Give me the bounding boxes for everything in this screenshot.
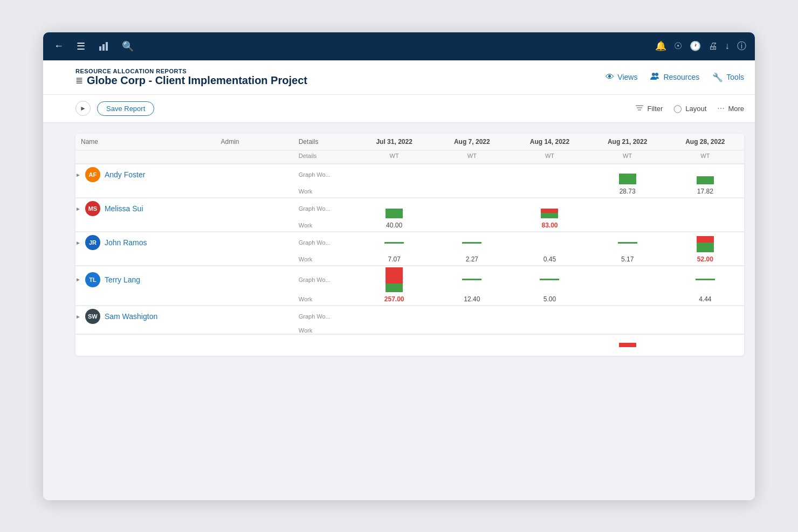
more-button[interactable]: ⋯ More: [717, 104, 744, 113]
andy-foster-graph-aug21: [589, 164, 666, 185]
john-ramos-link[interactable]: John Ramos: [105, 238, 147, 247]
header-left: RESOURCE ALLOCATION REPORTS ≣ Globe Corp…: [75, 68, 307, 87]
date-col-0: Jul 31, 2022: [355, 134, 433, 150]
svg-rect-1: [102, 44, 105, 51]
more-label: More: [728, 105, 744, 113]
melissa-sui-graph-aug28: [666, 198, 744, 219]
john-ramos-work-aug21: 5.17: [589, 253, 666, 266]
sam-washigton-work-label: Work: [293, 327, 355, 334]
expand-arrow-ms[interactable]: ►: [75, 206, 81, 212]
terry-lang-graph-jul31: [355, 266, 433, 293]
header-right: 👁 Views Resources 🔧 Tools: [606, 72, 744, 82]
terry-lang-work-label: Work: [293, 293, 355, 306]
resources-icon: [650, 72, 660, 82]
melissa-sui-graph-jul31: [355, 198, 433, 219]
wt-sub-2: WT: [511, 150, 588, 164]
chart-button[interactable]: [96, 39, 111, 54]
details-column-header: Details: [293, 134, 355, 150]
tools-label: Tools: [726, 73, 744, 81]
wt-sub-1: WT: [433, 150, 511, 164]
filter-icon: [635, 104, 644, 113]
terry-lang-avatar: TL: [85, 272, 100, 287]
melissa-sui-work-row: Work 40.00 83.00: [75, 219, 744, 232]
download-icon[interactable]: ↓: [725, 41, 730, 52]
resources-button[interactable]: Resources: [650, 72, 699, 82]
terry-lang-work-jul31: 257.00: [355, 293, 433, 306]
date-col-4: Aug 28, 2022: [666, 134, 744, 150]
terry-lang-graph-aug21: [589, 266, 666, 293]
andy-foster-work-aug28: 17.82: [666, 185, 744, 198]
svg-point-4: [655, 73, 658, 76]
melissa-sui-work-aug28: [666, 219, 744, 232]
layout-button[interactable]: ◯ Layout: [673, 104, 706, 113]
john-ramos-graph-aug14: [511, 232, 588, 253]
layout-icon: ◯: [673, 104, 682, 113]
page-title: ≣ Globe Corp - Client Implementation Pro…: [75, 74, 307, 87]
print-icon[interactable]: 🖨: [708, 41, 718, 52]
andy-foster-graph-jul31: [355, 164, 433, 185]
menu-button[interactable]: ☰: [74, 38, 87, 54]
toolbar-left: ► Save Report: [75, 101, 154, 116]
andy-foster-work-aug14: [511, 185, 588, 198]
terry-lang-link[interactable]: Terry Lang: [105, 275, 140, 284]
sam-washigton-name-row: ► SW Sam Washigton Graph Wo...: [75, 306, 744, 327]
terry-lang-work-row: Work 257.00 12.40 5.00 4.44: [75, 293, 744, 306]
andy-foster-graph-label: Graph Wo...: [293, 164, 355, 185]
date-col-3: Aug 21, 2022: [589, 134, 666, 150]
search-button[interactable]: 🔍: [120, 38, 136, 54]
table-header-row: Name Admin Details Jul 31, 2022 Aug 7, 2…: [75, 134, 744, 150]
sam-washigton-link[interactable]: Sam Washigton: [105, 312, 157, 321]
terry-lang-graph-aug28: [666, 266, 744, 293]
layout-label: Layout: [685, 105, 706, 113]
melissa-sui-work-jul31: 40.00: [355, 219, 433, 232]
back-button[interactable]: ←: [52, 38, 66, 54]
andy-foster-work-aug7: [433, 185, 511, 198]
sam-washigton-graph-aug7: [433, 306, 511, 327]
sam-washigton-graph-aug28: [666, 306, 744, 327]
wt-sub-4: WT: [666, 150, 744, 164]
toolbar-right: Filter ◯ Layout ⋯ More: [635, 104, 744, 113]
expand-arrow-tl[interactable]: ►: [75, 277, 81, 282]
andy-foster-graph-aug28: [666, 164, 744, 185]
help-icon[interactable]: ⓘ: [737, 40, 746, 52]
resources-label: Resources: [663, 73, 699, 81]
melissa-sui-work-aug7: [433, 219, 511, 232]
name-column-header: Name: [75, 134, 216, 150]
top-nav-left: ← ☰ 🔍: [52, 38, 136, 54]
melissa-sui-link[interactable]: Melissa Sui: [105, 204, 143, 213]
john-ramos-work-aug14: 0.45: [511, 253, 588, 266]
john-ramos-work-jul31: 7.07: [355, 253, 433, 266]
expand-arrow-jr[interactable]: ►: [75, 240, 81, 246]
views-button[interactable]: 👁 Views: [606, 72, 637, 82]
john-ramos-graph-label: Graph Wo...: [293, 232, 355, 253]
andy-foster-name-cell: ► AF Andy Foster: [75, 164, 293, 185]
save-report-button[interactable]: Save Report: [97, 101, 154, 116]
bell-icon[interactable]: 🔔: [655, 40, 666, 52]
filter-button[interactable]: Filter: [635, 104, 663, 113]
andy-foster-graph-aug7: [433, 164, 511, 185]
andy-foster-work-aug21: 28.73: [589, 185, 666, 198]
filter-label: Filter: [647, 105, 663, 113]
andy-foster-graph-aug14: [511, 164, 588, 185]
melissa-sui-graph-aug7: [433, 198, 511, 219]
expand-arrow-sw[interactable]: ►: [75, 314, 81, 320]
tools-button[interactable]: 🔧 Tools: [712, 72, 744, 82]
svg-point-3: [652, 73, 655, 76]
report-label: RESOURCE ALLOCATION REPORTS: [75, 68, 307, 74]
table-sub-header-row: Details WT WT WT WT WT: [75, 150, 744, 164]
main-window: ← ☰ 🔍 🔔 ☉ 🕐 🖨 ↓ ⓘ RESOURCE ALLOCATION RE…: [43, 32, 755, 500]
john-ramos-graph-aug21: [589, 232, 666, 253]
melissa-sui-work-label: Work: [293, 219, 355, 232]
john-ramos-name-row: ► JR John Ramos Graph Wo...: [75, 232, 744, 253]
sam-washigton-graph-label: Graph Wo...: [293, 306, 355, 327]
expand-arrow[interactable]: ►: [75, 172, 81, 178]
collapse-button[interactable]: ►: [75, 101, 91, 116]
andy-foster-link[interactable]: Andy Foster: [105, 170, 145, 179]
tools-icon: 🔧: [712, 72, 723, 82]
wt-sub-3: WT: [589, 150, 666, 164]
person-row-andy-foster: ► AF Andy Foster Graph Wo...: [75, 164, 744, 185]
user-icon[interactable]: ☉: [674, 40, 682, 52]
melissa-sui-work-aug14: 83.00: [511, 219, 588, 232]
clock-icon[interactable]: 🕐: [690, 40, 701, 52]
terry-lang-graph-aug7: [433, 266, 511, 293]
